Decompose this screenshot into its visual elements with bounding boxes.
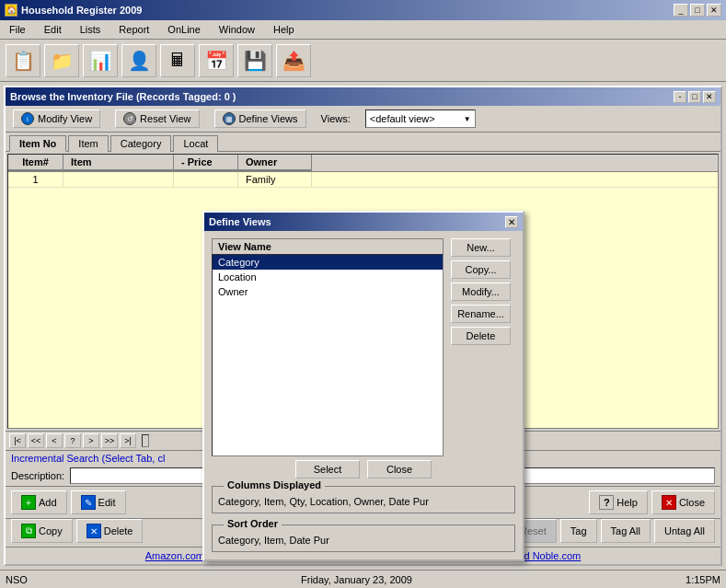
define-views-dialog: Define Views ✕ View Name Category Locati… — [202, 211, 524, 561]
menu-report[interactable]: Report — [113, 22, 155, 37]
dialog-rename-button[interactable]: Rename... — [451, 305, 511, 323]
maximize-button[interactable]: □ — [690, 4, 705, 17]
toolbar-export[interactable]: 📤 — [276, 44, 311, 77]
menu-online[interactable]: OnLine — [162, 22, 205, 37]
date-status: Friday, January 23, 2009 — [301, 574, 412, 585]
dialog-delete-button[interactable]: Delete — [451, 327, 511, 345]
view-list-area: View Name Category Location Owner — [212, 238, 444, 456]
toolbar-save[interactable]: 💾 — [237, 44, 272, 77]
dialog-modify-button[interactable]: Modify... — [451, 282, 511, 301]
view-list: Category Location Owner — [212, 254, 444, 456]
status-bar: NSO Friday, January 23, 2009 1:15PM — [0, 570, 726, 588]
dialog-new-button[interactable]: New... — [451, 238, 511, 257]
sort-section-title: Sort Order — [224, 518, 282, 529]
toolbar-folder[interactable]: 📁 — [44, 44, 79, 77]
close-app-button[interactable]: ✕ — [707, 4, 721, 17]
menu-help[interactable]: Help — [268, 22, 300, 37]
menu-edit[interactable]: Edit — [39, 22, 67, 37]
time-status: 1:15PM — [686, 574, 720, 585]
menu-window[interactable]: Window — [213, 22, 260, 37]
title-bar-buttons: _ □ ✕ — [674, 4, 721, 17]
minimize-button[interactable]: _ — [674, 4, 688, 17]
app-name-status: NSO — [6, 574, 28, 585]
view-list-item-category[interactable]: Category — [213, 255, 443, 270]
main-toolbar: 📋 📁 📊 👤 🖩 📅 💾 📤 — [0, 40, 726, 82]
dialog-action-buttons: New... Copy... Modify... Rename... Delet… — [451, 238, 515, 456]
sort-section: Sort Order Category, Item, Date Pur — [212, 525, 515, 552]
toolbar-calculator[interactable]: 🖩 — [160, 44, 195, 77]
dialog-title: Define Views — [209, 216, 271, 227]
toolbar-calendar[interactable]: 📅 — [199, 44, 234, 77]
view-list-item-owner[interactable]: Owner — [213, 284, 443, 299]
dialog-title-bar: Define Views ✕ — [204, 213, 523, 231]
app-icon: 🏠 — [5, 4, 17, 17]
sort-section-text: Category, Item, Date Pur — [218, 535, 509, 546]
view-list-item-location[interactable]: Location — [213, 270, 443, 284]
columns-section-title: Columns Displayed — [224, 479, 325, 490]
toolbar-clipboard[interactable]: 📋 — [6, 44, 40, 77]
view-list-header: View Name — [212, 238, 444, 254]
dialog-overlay: Define Views ✕ View Name Category Locati… — [0, 82, 726, 570]
dialog-select-button[interactable]: Select — [295, 460, 360, 478]
app-window: 🏠 Household Register 2009 _ □ ✕ File Edi… — [0, 0, 726, 588]
dialog-body: View Name Category Location Owner New...… — [204, 231, 523, 559]
dialog-close-x-button[interactable]: ✕ — [505, 216, 518, 228]
dialog-close-button[interactable]: Close — [367, 460, 432, 478]
app-title: Household Register 2009 — [21, 5, 142, 16]
title-bar: 🏠 Household Register 2009 _ □ ✕ — [0, 0, 726, 20]
columns-section-text: Category, Item, Qty, Location, Owner, Da… — [218, 496, 509, 507]
menu-lists[interactable]: Lists — [75, 22, 107, 37]
select-close-row: Select Close — [212, 460, 515, 478]
dialog-content: View Name Category Location Owner New...… — [212, 238, 515, 456]
menu-bar: File Edit Lists Report OnLine Window Hel… — [0, 20, 726, 40]
toolbar-person[interactable]: 👤 — [121, 44, 156, 77]
toolbar-table[interactable]: 📊 — [83, 44, 118, 77]
menu-file[interactable]: File — [4, 22, 31, 37]
dialog-copy-button[interactable]: Copy... — [451, 260, 511, 279]
columns-section: Columns Displayed Category, Item, Qty, L… — [212, 486, 515, 513]
